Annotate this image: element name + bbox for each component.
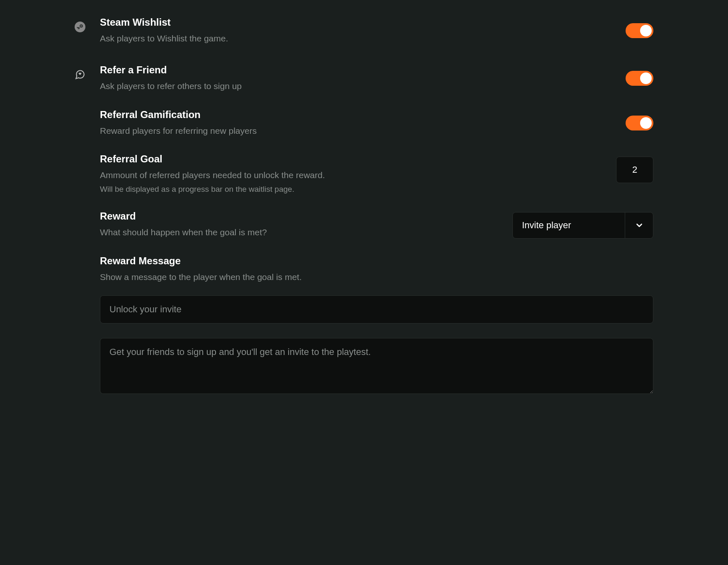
reward-select[interactable]: Invite player	[512, 212, 653, 239]
steam-icon	[75, 17, 85, 32]
heart-chat-icon	[75, 64, 85, 80]
chevron-down-icon	[625, 212, 653, 238]
steam-wishlist-description: Ask players to Wishlist the game.	[100, 32, 626, 44]
referral-gamification-title: Referral Gamification	[100, 109, 626, 121]
reward-title: Reward	[100, 210, 500, 222]
refer-friend-title: Refer a Friend	[100, 64, 626, 76]
referral-goal-description: Ammount of referred players needed to un…	[100, 169, 604, 181]
referral-goal-title: Referral Goal	[100, 153, 604, 165]
referral-goal-hint: Will be displayed as a progress bar on t…	[100, 185, 604, 194]
setting-refer-friend: Refer a Friend Ask players to refer othe…	[75, 64, 653, 396]
steam-wishlist-toggle[interactable]	[626, 23, 653, 38]
referral-goal-input[interactable]	[616, 157, 653, 183]
refer-friend-description: Ask players to refer others to sign up	[100, 80, 626, 92]
setting-referral-goal: Referral Goal Ammount of referred player…	[100, 153, 653, 193]
steam-wishlist-title: Steam Wishlist	[100, 17, 626, 28]
reward-message-title: Reward Message	[100, 255, 653, 267]
refer-friend-toggle[interactable]	[626, 71, 653, 86]
setting-referral-gamification: Referral Gamification Reward players for…	[100, 109, 653, 137]
referral-gamification-toggle[interactable]	[626, 116, 653, 130]
setting-steam-wishlist: Steam Wishlist Ask players to Wishlist t…	[75, 17, 653, 44]
reward-message-body-input[interactable]	[100, 338, 653, 394]
setting-reward-message: Reward Message Show a message to the pla…	[100, 255, 653, 396]
referral-gamification-description: Reward players for referring new players	[100, 125, 626, 137]
reward-description: What should happen when the goal is met?	[100, 226, 500, 238]
setting-reward: Reward What should happen when the goal …	[100, 210, 653, 239]
reward-message-title-input[interactable]	[100, 295, 653, 324]
reward-message-description: Show a message to the player when the go…	[100, 271, 653, 283]
reward-select-value: Invite player	[513, 212, 625, 238]
svg-point-1	[81, 26, 82, 27]
